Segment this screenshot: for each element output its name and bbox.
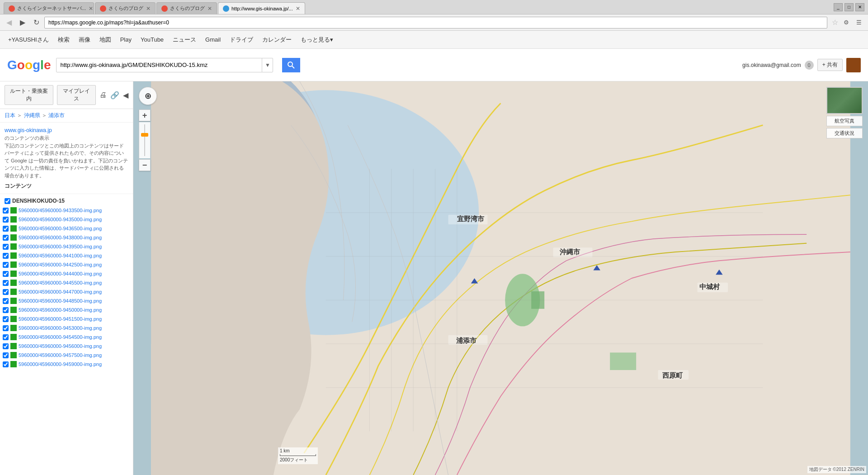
- site-link[interactable]: www.gis-okinawa.jp: [5, 126, 128, 134]
- bookmark-icon[interactable]: ☆: [832, 18, 838, 27]
- breadcrumb-urasoe[interactable]: 浦添市: [48, 112, 65, 119]
- item-link-6[interactable]: 5960000/45960000-9442500-img.png: [19, 262, 102, 267]
- compass-button[interactable]: ⊕: [139, 87, 157, 105]
- collapse-icon[interactable]: ◀: [123, 91, 128, 100]
- item-link-4[interactable]: 5960000/45960000-9439500-img.png: [19, 244, 102, 249]
- myplace-button[interactable]: マイプレイス: [57, 85, 96, 105]
- google-bar-gmail[interactable]: Gmail: [204, 34, 222, 45]
- item-checkbox-4[interactable]: [3, 244, 9, 250]
- minimize-button[interactable]: _: [834, 3, 843, 11]
- item-link-1[interactable]: 5960000/45960000-9435000-img.png: [19, 217, 102, 222]
- item-icon-5: [10, 252, 17, 259]
- item-checkbox-10[interactable]: [3, 298, 9, 304]
- tab-close-2[interactable]: ✕: [146, 5, 151, 12]
- item-link-2[interactable]: 5960000/45960000-9436500-img.png: [19, 226, 102, 231]
- breadcrumb-japan[interactable]: 日本: [5, 112, 15, 119]
- traffic-button[interactable]: 交通状況: [826, 128, 863, 138]
- item-link-15[interactable]: 5960000/45960000-9456000-img.png: [19, 343, 102, 349]
- item-checkbox-12[interactable]: [3, 316, 9, 322]
- route-button[interactable]: ルート・乗換案内: [5, 85, 53, 105]
- google-bar-more[interactable]: もっと見る▾: [300, 34, 334, 46]
- google-bar-maps[interactable]: 地図: [99, 34, 112, 46]
- item-icon-14: [10, 334, 17, 340]
- content-header: DENSHIKOKUDO-15: [0, 196, 133, 206]
- item-link-14[interactable]: 5960000/45960000-9454500-img.png: [19, 334, 102, 340]
- logo-l: l: [40, 58, 44, 72]
- tab-3[interactable]: さくらのブログ ✕: [156, 2, 217, 14]
- item-link-17[interactable]: 5960000/45960000-9459000-img.png: [19, 361, 102, 367]
- tab-close-1[interactable]: ✕: [89, 5, 93, 12]
- maps-search-input[interactable]: [57, 62, 262, 68]
- item-checkbox-11[interactable]: [3, 307, 9, 313]
- breadcrumb-okinawa[interactable]: 沖縄県: [24, 112, 40, 119]
- item-link-16[interactable]: 5960000/45960000-9457500-img.png: [19, 352, 102, 358]
- item-checkbox-9[interactable]: [3, 289, 9, 295]
- item-link-0[interactable]: 5960000/45960000-9433500-img.png: [19, 208, 102, 213]
- item-checkbox-8[interactable]: [3, 280, 9, 286]
- aerial-image: [827, 88, 862, 113]
- tab-2[interactable]: さくらのブログ ✕: [95, 2, 156, 14]
- extensions-icon[interactable]: ⚙: [841, 17, 852, 28]
- item-link-9[interactable]: 5960000/45960000-9447000-img.png: [19, 289, 102, 294]
- item-checkbox-2[interactable]: [3, 226, 9, 232]
- item-link-3[interactable]: 5960000/45960000-9438000-img.png: [19, 235, 102, 240]
- print-icon[interactable]: 🖨: [99, 91, 107, 100]
- item-checkbox-14[interactable]: [3, 334, 9, 340]
- item-link-7[interactable]: 5960000/45960000-9444000-img.png: [19, 271, 102, 276]
- maps-search-button[interactable]: [282, 58, 300, 72]
- tab-close-4[interactable]: ✕: [296, 5, 300, 12]
- item-checkbox-17[interactable]: [3, 361, 9, 367]
- tab-4[interactable]: http://www.gis-okinawa.jp/... ✕: [218, 2, 305, 14]
- google-bar-news[interactable]: ニュース: [172, 34, 197, 46]
- close-button[interactable]: ✕: [855, 3, 864, 11]
- tab-label-2: さくらのブログ: [108, 5, 143, 12]
- item-link-10[interactable]: 5960000/45960000-9448500-img.png: [19, 298, 102, 304]
- item-checkbox-7[interactable]: [3, 271, 9, 277]
- tab-close-3[interactable]: ✕: [208, 5, 212, 12]
- google-bar-calendar[interactable]: カレンダー: [261, 34, 292, 46]
- google-bar-play[interactable]: Play: [119, 34, 132, 45]
- item-checkbox-3[interactable]: [3, 235, 9, 241]
- item-checkbox-6[interactable]: [3, 262, 9, 268]
- item-checkbox-16[interactable]: [3, 352, 9, 358]
- item-checkbox-0[interactable]: [3, 208, 9, 214]
- item-checkbox-13[interactable]: [3, 325, 9, 331]
- notification-badge[interactable]: 0: [805, 61, 814, 70]
- item-checkbox-5[interactable]: [3, 253, 9, 259]
- list-item: 5960000/45960000-9456000-img.png: [0, 342, 133, 351]
- link-icon[interactable]: 🔗: [110, 91, 119, 100]
- item-link-11[interactable]: 5960000/45960000-9450000-img.png: [19, 307, 102, 313]
- google-bar-user[interactable]: +YASUSHIさん: [7, 34, 50, 46]
- refresh-button[interactable]: ↻: [31, 17, 42, 28]
- user-avatar[interactable]: [846, 58, 861, 72]
- google-bar-search[interactable]: 検索: [57, 34, 71, 46]
- google-bar-drive[interactable]: ドライブ: [229, 34, 254, 46]
- item-link-13[interactable]: 5960000/45960000-9453000-img.png: [19, 325, 102, 331]
- google-bar-youtube[interactable]: YouTube: [140, 34, 165, 45]
- maximize-button[interactable]: □: [844, 3, 854, 11]
- zoom-in-button[interactable]: +: [139, 109, 151, 121]
- zoom-slider[interactable]: [139, 122, 151, 158]
- item-checkbox-1[interactable]: [3, 217, 9, 223]
- search-dropdown-icon[interactable]: ▼: [262, 58, 273, 72]
- share-button[interactable]: + 共有: [817, 59, 843, 71]
- address-bar[interactable]: [44, 17, 827, 28]
- google-bar-images[interactable]: 画像: [78, 34, 91, 46]
- item-link-8[interactable]: 5960000/45960000-9445500-img.png: [19, 280, 102, 285]
- item-link-12[interactable]: 5960000/45960000-9451500-img.png: [19, 316, 102, 322]
- user-email: gis.okinawa@gmail.com: [742, 62, 801, 68]
- item-link-5[interactable]: 5960000/45960000-9441000-img.png: [19, 253, 102, 258]
- forward-button[interactable]: ▶: [17, 17, 28, 28]
- item-checkbox-15[interactable]: [3, 343, 9, 349]
- menu-icon[interactable]: ☰: [854, 17, 864, 28]
- zoom-handle[interactable]: [141, 133, 148, 137]
- layer-checkbox[interactable]: [5, 198, 10, 204]
- aerial-photo-button[interactable]: 航空写真: [826, 116, 863, 126]
- map-area[interactable]: 宜野湾市 沖縄市 中城村 浦添市 西原町: [133, 81, 868, 475]
- svg-text:中城村: 中城村: [699, 283, 720, 290]
- back-button[interactable]: ◀: [4, 17, 14, 28]
- list-item: 5960000/45960000-9457500-img.png: [0, 351, 133, 360]
- zoom-out-button[interactable]: −: [139, 159, 151, 171]
- tab-1[interactable]: さくらインターネットサーバ... ✕: [4, 2, 94, 14]
- aerial-thumbnail[interactable]: [826, 87, 863, 114]
